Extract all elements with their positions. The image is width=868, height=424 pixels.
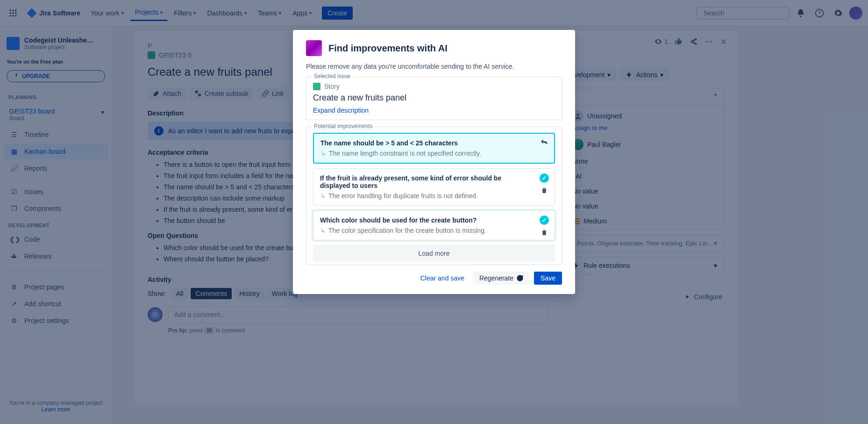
improvement-title: If the fruit is already present, some ki…	[320, 174, 548, 189]
modal-subtitle: Please remove any data you're uncomforta…	[306, 63, 562, 70]
improvement-card[interactable]: If the fruit is already present, some ki…	[313, 168, 555, 206]
modal-title: Find improvements with AI	[328, 43, 448, 54]
clear-and-save-button[interactable]: Clear and save	[416, 272, 469, 285]
ai-improvements-modal: Find improvements with AI Please remove …	[293, 30, 575, 294]
improvement-title: The name should be > 5 and < 25 characte…	[320, 139, 548, 147]
ai-app-icon	[306, 40, 322, 56]
improvement-card[interactable]: Which color should be used for the creat…	[313, 210, 555, 240]
arrow-icon: ↳	[320, 150, 326, 157]
regenerate-button[interactable]: Regenerate	[474, 272, 529, 285]
load-more-button[interactable]: Load more	[313, 245, 555, 262]
selected-issue-legend: Selected issue	[311, 73, 353, 79]
delete-button[interactable]	[541, 229, 548, 237]
selected-issue-title: Create a new fruits panel	[313, 93, 555, 103]
improvement-actions	[540, 138, 548, 148]
arrow-icon: ↳	[320, 192, 326, 200]
refresh-icon	[516, 274, 524, 282]
save-button[interactable]: Save	[534, 272, 562, 285]
improvement-reason: ↳The color specification for the create …	[320, 227, 548, 234]
accept-button[interactable]: ✓	[540, 173, 549, 183]
arrow-icon: ↳	[320, 227, 326, 234]
improvement-actions: ✓	[540, 216, 549, 237]
improvement-title: Which color should be used for the creat…	[320, 216, 548, 224]
improvement-actions: ✓	[540, 173, 549, 195]
improvements-box: Potential improvements The name should b…	[306, 127, 562, 265]
selected-issue-type: Story	[313, 83, 555, 90]
improvement-card[interactable]: The name should be > 5 and < 25 characte…	[313, 133, 555, 164]
story-type-icon	[313, 83, 320, 90]
improvements-legend: Potential improvements	[311, 123, 375, 129]
accept-button[interactable]: ✓	[540, 216, 549, 225]
modal-header: Find improvements with AI	[306, 40, 562, 56]
improvement-reason: ↳The error handling for duplicate fruits…	[320, 192, 548, 200]
selected-issue-box: Selected issue Story Create a new fruits…	[306, 77, 562, 120]
delete-button[interactable]	[541, 187, 548, 195]
modal-footer: Clear and save Regenerate Save	[306, 272, 562, 285]
improvement-reason: ↳The name length constraint is not speci…	[320, 150, 548, 157]
undo-button[interactable]	[540, 138, 548, 148]
expand-description-link[interactable]: Expand description	[313, 107, 555, 114]
